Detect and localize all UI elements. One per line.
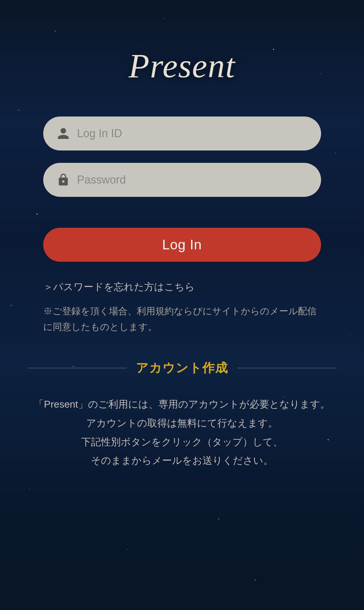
account-creation-title: アカウント作成 — [136, 359, 228, 376]
person-icon-svg — [56, 127, 70, 140]
registration-note: ※ご登録を頂く場合、利用規約ならびにサイトからのメール配信に同意したものとします… — [43, 303, 321, 335]
divider-line-right — [237, 368, 337, 368]
user-icon — [56, 126, 71, 141]
account-creation-section: 「Present」のご利用には、専用のアカウントが必要となります。 アカウントの… — [28, 395, 337, 489]
star — [128, 549, 128, 550]
links-section: ＞パスワードを忘れた方はこちら ※ご登録を頂く場合、利用規約ならびにサイトからの… — [43, 280, 321, 335]
account-creation-description: 「Present」のご利用には、専用のアカウントが必要となります。 アカウントの… — [28, 395, 337, 470]
password-wrapper — [43, 163, 321, 197]
main-container: Present Log In ＞パスワードを忘れた方はこちら — [0, 0, 364, 489]
password-input[interactable] — [43, 163, 321, 197]
account-creation-divider: アカウント作成 — [28, 359, 337, 376]
star — [218, 519, 219, 519]
divider-line-left — [28, 368, 127, 368]
login-id-wrapper — [43, 116, 321, 150]
login-form: Log In — [43, 116, 321, 280]
forgot-password-link[interactable]: ＞パスワードを忘れた方はこちら — [43, 280, 321, 294]
logo-section: Present — [129, 46, 236, 86]
lock-icon-svg — [56, 173, 70, 187]
star — [255, 579, 256, 580]
lock-icon — [56, 172, 71, 188]
login-id-input[interactable] — [43, 116, 321, 150]
login-button[interactable]: Log In — [43, 228, 321, 262]
app-logo: Present — [129, 46, 236, 86]
